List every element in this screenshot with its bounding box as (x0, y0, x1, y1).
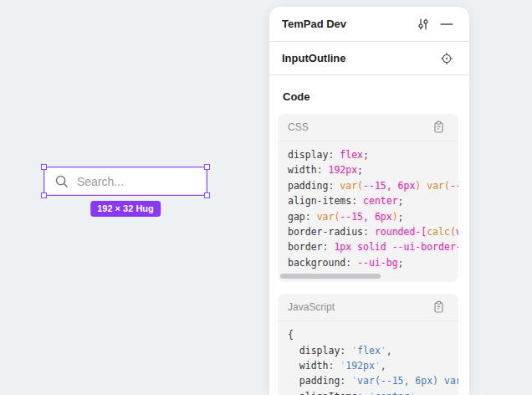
css-horizontal-scrollbar[interactable] (280, 274, 381, 279)
selection-handle-top-right[interactable] (204, 164, 210, 170)
javascript-code-block: JavaScript { display: 'flex', width: '19… (278, 294, 458, 395)
copy-javascript-button[interactable] (428, 297, 448, 317)
selected-component[interactable]: Search... 192 × 32 Hug (44, 167, 207, 195)
search-icon (54, 174, 69, 189)
minimize-icon (440, 18, 453, 31)
javascript-code-text: { display: 'flex', width: '192px', paddi… (278, 321, 458, 395)
sliders-icon (417, 18, 430, 31)
css-code-block: CSS display: flex;width: 192px;padding: … (278, 114, 458, 282)
selected-node-row: InputOutline (269, 42, 469, 75)
code-section-label: Code (283, 90, 456, 103)
css-block-header: CSS (278, 114, 458, 141)
panel-header: TemPad Dev (269, 7, 469, 42)
locate-node-button[interactable] (437, 49, 457, 69)
locate-crosshair-icon (440, 52, 453, 65)
css-horizontal-scrollbar-track (278, 272, 458, 282)
panel-title: TemPad Dev (282, 18, 413, 30)
selection-handle-bottom-right[interactable] (204, 192, 210, 198)
selection-handle-top-left[interactable] (41, 164, 47, 170)
javascript-language-label: JavaScript (288, 301, 428, 313)
css-code-text: display: flex;width: 192px;padding: var(… (278, 141, 458, 272)
selection-handle-bottom-left[interactable] (41, 192, 47, 198)
minimize-button[interactable] (437, 14, 457, 34)
copy-css-button[interactable] (428, 117, 448, 137)
clipboard-copy-icon (432, 121, 445, 134)
clipboard-copy-icon (432, 300, 445, 314)
tempad-dev-panel: TemPad Dev InputOutline (269, 7, 469, 395)
css-language-label: CSS (288, 121, 428, 133)
settings-sliders-button[interactable] (413, 14, 433, 34)
javascript-block-header: JavaScript (278, 294, 458, 321)
search-input-component[interactable]: Search... (44, 167, 207, 195)
size-badge: 192 × 32 Hug (90, 201, 161, 217)
selected-node-name: InputOutline (282, 52, 437, 64)
search-placeholder-text: Search... (77, 175, 124, 188)
